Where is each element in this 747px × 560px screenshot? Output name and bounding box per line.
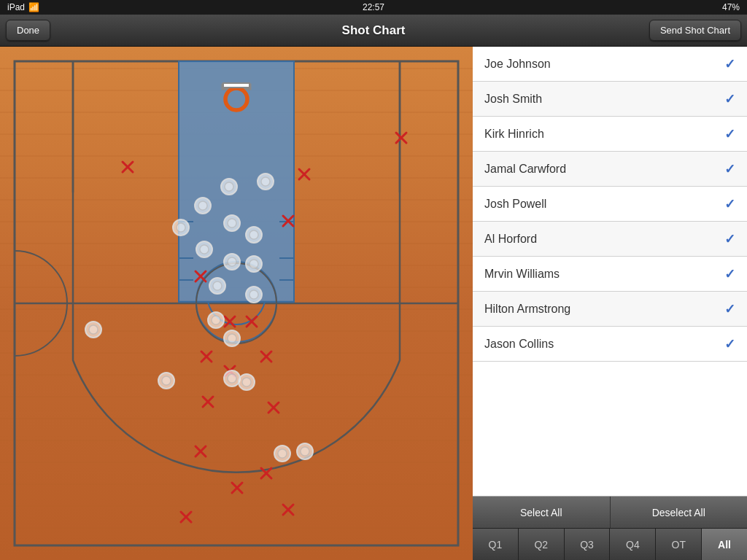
quarter-btn-ot[interactable]: OT xyxy=(656,529,702,560)
svg-point-90 xyxy=(228,257,236,266)
svg-point-100 xyxy=(228,374,236,383)
player-item[interactable]: Jamal Carwford✓ xyxy=(473,152,747,187)
select-all-button[interactable]: Select All xyxy=(473,497,611,528)
player-checkmark: ✓ xyxy=(724,56,735,72)
quarter-btn-q2[interactable]: Q2 xyxy=(519,529,565,560)
player-item[interactable]: Hilton Armstrong✓ xyxy=(473,292,747,327)
player-name: Jason Collins xyxy=(484,338,554,351)
quarter-btn-q4[interactable]: Q4 xyxy=(610,529,656,560)
wifi-icon: 📶 xyxy=(28,2,39,12)
status-bar: iPad 📶 22:57 47% xyxy=(0,0,747,15)
status-time: 22:57 xyxy=(363,2,384,12)
svg-point-92 xyxy=(249,260,258,268)
player-item[interactable]: Josh Powell✓ xyxy=(473,187,747,222)
svg-point-104 xyxy=(162,376,171,385)
nav-bar: Done Shot Chart Send Shot Chart xyxy=(0,15,747,47)
player-checkmark: ✓ xyxy=(724,126,735,142)
svg-point-110 xyxy=(301,447,309,456)
svg-point-86 xyxy=(249,230,258,239)
send-shot-chart-button[interactable]: Send Shot Chart xyxy=(649,20,741,41)
svg-point-108 xyxy=(278,449,287,458)
quarter-btn-all[interactable]: All xyxy=(702,529,747,560)
select-buttons: Select All Deselect All xyxy=(473,496,747,528)
player-list: Joe Johnson✓Josh Smith✓Kirk Hinrich✓Jama… xyxy=(473,47,747,496)
quarter-btn-q3[interactable]: Q3 xyxy=(565,529,611,560)
svg-point-112 xyxy=(89,325,98,334)
status-left: iPad 📶 xyxy=(7,2,39,12)
player-name: Josh Smith xyxy=(484,93,542,106)
player-checkmark: ✓ xyxy=(724,231,735,247)
svg-point-80 xyxy=(198,201,207,210)
player-checkmark: ✓ xyxy=(724,301,735,317)
player-item[interactable]: Josh Smith✓ xyxy=(473,82,747,117)
player-checkmark: ✓ xyxy=(724,196,735,212)
player-name: Hilton Armstrong xyxy=(484,303,570,316)
player-name: Kirk Hinrich xyxy=(484,128,544,141)
svg-point-96 xyxy=(212,316,220,324)
player-name: Al Horford xyxy=(484,233,537,246)
quarter-btn-q1[interactable]: Q1 xyxy=(473,529,519,560)
svg-point-94 xyxy=(213,281,222,290)
svg-point-78 xyxy=(225,182,233,191)
player-name: Josh Powell xyxy=(484,198,546,211)
player-name: Joe Johnson xyxy=(484,58,551,71)
right-panel: Joe Johnson✓Josh Smith✓Kirk Hinrich✓Jama… xyxy=(473,47,747,560)
nav-title: Shot Chart xyxy=(342,23,406,38)
svg-point-88 xyxy=(200,245,209,254)
player-checkmark: ✓ xyxy=(724,91,735,107)
player-item[interactable]: Joe Johnson✓ xyxy=(473,47,747,82)
device-label: iPad xyxy=(7,2,25,12)
player-checkmark: ✓ xyxy=(724,161,735,177)
svg-point-106 xyxy=(249,290,258,299)
deselect-all-button[interactable]: Deselect All xyxy=(611,497,748,528)
svg-point-102 xyxy=(242,378,251,386)
player-item[interactable]: Jason Collins✓ xyxy=(473,327,747,362)
player-checkmark: ✓ xyxy=(724,266,735,282)
player-item[interactable]: Mrvin Williams✓ xyxy=(473,257,747,292)
player-name: Jamal Carwford xyxy=(484,163,566,176)
svg-rect-114 xyxy=(223,83,249,88)
player-item[interactable]: Kirk Hinrich✓ xyxy=(473,117,747,152)
player-checkmark: ✓ xyxy=(724,336,735,352)
main-content: Joe Johnson✓Josh Smith✓Kirk Hinrich✓Jama… xyxy=(0,47,747,560)
status-right: 47% xyxy=(722,2,740,12)
player-item[interactable]: Al Horford✓ xyxy=(473,222,747,257)
svg-point-84 xyxy=(228,219,236,228)
svg-point-76 xyxy=(261,177,270,186)
done-button[interactable]: Done xyxy=(6,20,50,41)
quarter-buttons: Q1Q2Q3Q4OTAll xyxy=(473,528,747,560)
svg-point-82 xyxy=(177,223,185,232)
battery-label: 47% xyxy=(722,2,740,12)
svg-point-98 xyxy=(228,334,236,343)
court-svg xyxy=(0,47,473,560)
court-container[interactable] xyxy=(0,47,473,560)
player-name: Mrvin Williams xyxy=(484,268,560,281)
